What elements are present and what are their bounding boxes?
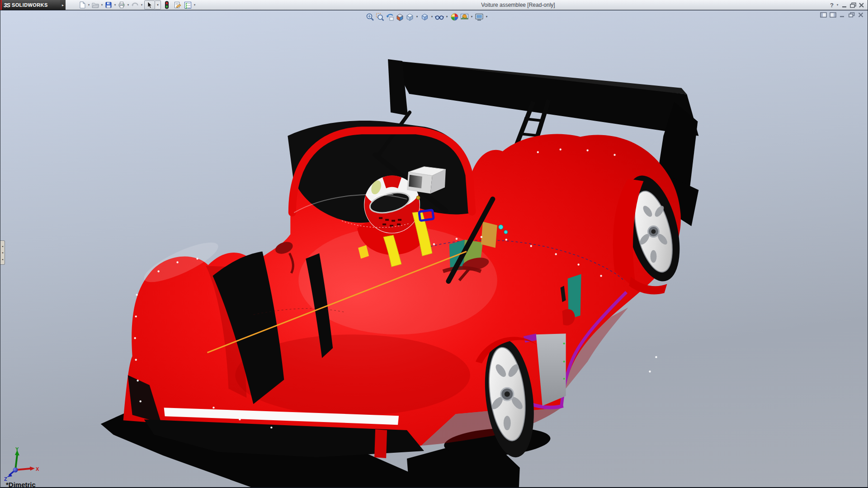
open-button[interactable] — [91, 0, 99, 9]
previous-view-icon — [386, 13, 394, 21]
new-document-icon — [79, 1, 86, 9]
new-document-dropdown[interactable]: ▾ — [86, 0, 91, 9]
view-settings-button[interactable] — [474, 12, 484, 22]
collapse-arrow-icon: ◂ — [2, 245, 3, 248]
split-pane-left-button[interactable] — [820, 12, 827, 18]
edit-appearance-button[interactable] — [449, 12, 459, 22]
collapse-arrow-icon: ◂ — [2, 258, 3, 261]
view-settings-dropdown[interactable]: ▾ — [484, 12, 489, 22]
rebuild-button[interactable] — [163, 0, 170, 9]
app-minimize-button[interactable] — [841, 2, 848, 8]
view-orientation-dropdown[interactable]: ▾ — [415, 12, 420, 22]
triad-x-label: X — [36, 466, 39, 472]
restore-icon — [848, 12, 855, 18]
app-close-button[interactable] — [858, 2, 865, 8]
display-style-icon — [420, 13, 429, 21]
minimize-icon — [841, 2, 848, 8]
help-dropdown[interactable]: ▾ — [835, 0, 840, 9]
file-properties-icon — [174, 1, 181, 9]
zoom-to-area-icon — [376, 13, 384, 21]
close-icon — [858, 12, 864, 18]
section-view-button[interactable] — [395, 12, 405, 22]
save-floppy-icon — [105, 1, 112, 9]
split-pane-right-button[interactable] — [830, 12, 836, 18]
help-button[interactable]: ? — [830, 2, 834, 9]
doc-minimize-button[interactable] — [839, 12, 845, 18]
open-folder-icon — [92, 1, 99, 9]
feature-manager-collapsed-tab[interactable]: ◂ ◂ ◂ — [0, 240, 5, 265]
doc-restore-button[interactable] — [848, 12, 855, 18]
document-title: Voiture assemblee [Read-only] — [481, 2, 555, 8]
save-button[interactable] — [104, 0, 113, 9]
apply-scene-button[interactable] — [459, 12, 469, 22]
document-window-controls — [820, 12, 864, 18]
triad-y-label: Y — [15, 446, 19, 452]
stoplight-icon — [164, 1, 170, 9]
display-style-dropdown[interactable]: ▾ — [429, 12, 434, 22]
main-toolbar: ▾ ▾ ▾ — [78, 0, 197, 10]
logo-3s-mark: 3S — [4, 2, 10, 9]
select-tool-dropdown[interactable]: ▾ — [155, 0, 161, 9]
new-document-button[interactable] — [78, 0, 86, 9]
view-settings-monitor-icon — [475, 13, 484, 21]
close-icon — [858, 2, 865, 8]
app-restore-button[interactable] — [849, 2, 857, 8]
split-pane-left-icon — [820, 12, 827, 18]
doc-close-button[interactable] — [858, 12, 864, 18]
display-style-button[interactable] — [420, 12, 429, 22]
graphics-viewport[interactable]: ▾ ▾ ▾ — [0, 10, 868, 488]
undo-button[interactable] — [131, 0, 139, 9]
print-dropdown[interactable]: ▾ — [126, 0, 131, 9]
race-car-assembly-render — [0, 10, 868, 488]
appearance-ball-icon — [450, 13, 459, 21]
options-dropdown[interactable]: ▾ — [192, 0, 197, 9]
undo-icon — [131, 1, 139, 9]
view-orientation-button[interactable] — [405, 12, 415, 22]
hide-show-items-button[interactable] — [434, 12, 444, 22]
heads-up-view-toolbar: ▾ ▾ ▾ — [365, 12, 489, 22]
apply-scene-icon — [460, 13, 469, 21]
hide-show-items-dropdown[interactable]: ▾ — [444, 12, 449, 22]
collapse-arrow-icon: ◂ — [2, 251, 3, 254]
eyeglasses-icon — [435, 13, 444, 21]
solidworks-window: 3S SOLIDWORKS ▸ ▾ ▾ — [0, 0, 868, 488]
dashboard-button — [499, 225, 503, 230]
zoom-to-fit-icon — [366, 13, 374, 21]
view-orientation-cube-icon — [406, 13, 414, 21]
undo-dropdown[interactable]: ▾ — [139, 0, 144, 9]
file-properties-button[interactable] — [173, 0, 182, 9]
print-icon — [118, 1, 125, 9]
open-dropdown[interactable]: ▾ — [99, 0, 104, 9]
triad-z-label: Z — [4, 476, 7, 481]
select-cursor-icon — [146, 1, 153, 9]
titlebar-controls: ? ▾ — [830, 0, 865, 10]
dashboard-button — [504, 230, 508, 234]
select-tool-button[interactable] — [144, 0, 155, 9]
split-pane-right-icon — [830, 12, 836, 18]
logo-wordmark: SOLIDWORKS — [12, 2, 48, 8]
zoom-to-fit-button[interactable] — [365, 12, 375, 22]
zoom-to-area-button[interactable] — [375, 12, 385, 22]
print-button[interactable] — [118, 0, 126, 9]
menu-flyout-arrow[interactable]: ▸ — [60, 0, 66, 10]
minimize-icon — [839, 12, 845, 18]
save-dropdown[interactable]: ▾ — [113, 0, 118, 9]
previous-view-button[interactable] — [385, 12, 395, 22]
section-view-icon — [396, 13, 404, 21]
apply-scene-dropdown[interactable]: ▾ — [469, 12, 474, 22]
reference-triad: Y X Z — [3, 446, 45, 481]
titlebar: 3S SOLIDWORKS ▸ ▾ ▾ — [0, 0, 868, 10]
options-button[interactable] — [184, 0, 192, 9]
restore-icon — [849, 2, 857, 8]
solidworks-logo: 3S SOLIDWORKS — [0, 0, 60, 10]
options-checklist-icon — [184, 1, 192, 9]
